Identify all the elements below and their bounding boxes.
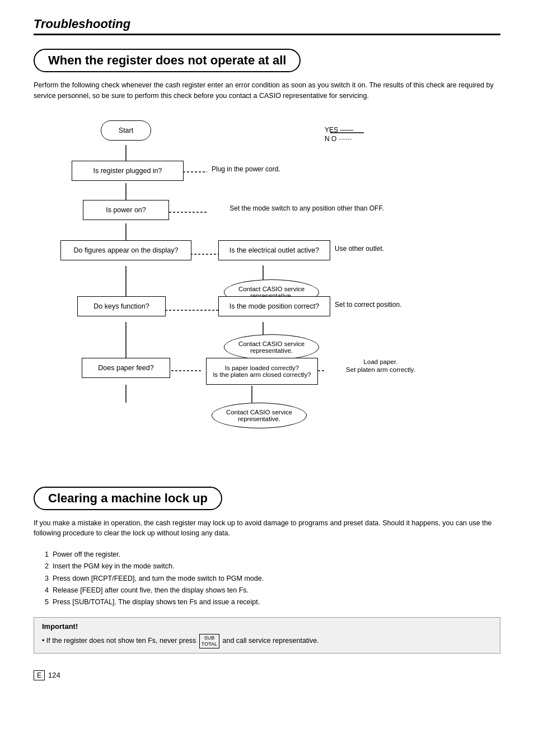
- q3b-node: Is the electrical outlet active?: [218, 240, 330, 260]
- yes-legend: YES ——: [325, 126, 353, 134]
- q3-node: Do figures appear on the display?: [60, 240, 191, 260]
- a1-node: Plug in the power cord.: [212, 165, 280, 173]
- a5b-node: Load paper. Set platen arm correctly.: [325, 358, 437, 374]
- step-2: 2 Insert the PGM key in the mode switch.: [45, 561, 500, 572]
- section2-title: Clearing a machine lock up: [34, 487, 222, 510]
- page-number: 124: [48, 671, 60, 679]
- q2-node: Is power on?: [83, 200, 169, 220]
- sub-total-key-icon: SUBTOTAL: [199, 634, 219, 648]
- page-marker: E: [34, 670, 45, 680]
- q5b-node: Is paper loaded correctly? Is the platen…: [206, 358, 318, 385]
- q5-node: Does paper feed?: [82, 358, 170, 378]
- start-node: Start: [101, 120, 151, 141]
- a2-node: Set the mode switch to any position othe…: [212, 204, 402, 212]
- step-1: 1 Power off the register.: [45, 549, 500, 561]
- a3b-node: Use other outlet.: [335, 245, 384, 253]
- section2-intro: If you make a mistake in operation, the …: [34, 518, 500, 539]
- q4-node: Do keys function?: [77, 296, 166, 316]
- steps-list: 1 Power off the register. 2 Insert the P…: [34, 549, 500, 608]
- important-text: • If the register does not show ten Fs, …: [42, 634, 492, 648]
- q4b-node: Is the mode position correct?: [218, 296, 330, 316]
- page-title: Troubleshooting: [34, 17, 500, 31]
- page-footer: E 124: [34, 670, 500, 680]
- section1-intro: Perform the following check whenever the…: [34, 80, 500, 101]
- c3-node: Contact CASIO service representative.: [212, 403, 307, 428]
- flowchart: YES —— N O ······· Start Is register plu…: [34, 111, 500, 470]
- section1-title: When the register does not operate at al…: [34, 49, 301, 72]
- a4b-node: Set to correct position.: [335, 301, 401, 309]
- step-5: 5 Press [SUB/TOTAL]. The display shows t…: [45, 596, 500, 608]
- important-title: Important!: [42, 622, 492, 631]
- q1-node: Is register plugged in?: [72, 161, 184, 181]
- step-3: 3 Press down [RCPT/FEED], and turn the m…: [45, 573, 500, 585]
- page-header: Troubleshooting: [34, 17, 500, 35]
- section1: When the register does not operate at al…: [34, 49, 500, 470]
- c2-node: Contact CASIO service representative.: [224, 334, 319, 360]
- step-4: 4 Release [FEED] after count five, then …: [45, 585, 500, 596]
- no-legend: N O ·······: [325, 135, 352, 143]
- section2: Clearing a machine lock up If you make a…: [34, 487, 500, 654]
- important-box: Important! • If the register does not sh…: [34, 617, 500, 654]
